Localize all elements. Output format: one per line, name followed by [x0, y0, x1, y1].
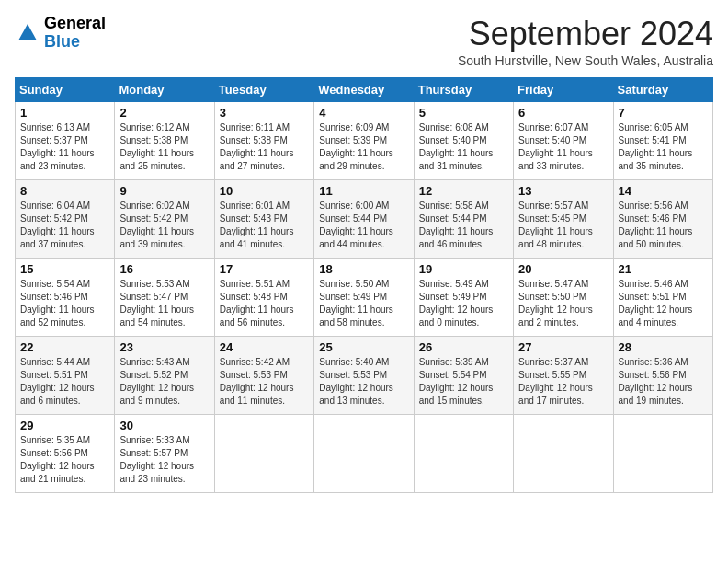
calendar-cell: 10Sunrise: 6:01 AMSunset: 5:43 PMDayligh… [214, 180, 313, 259]
calendar-cell: 5Sunrise: 6:08 AMSunset: 5:40 PMDaylight… [414, 102, 513, 180]
calendar-header-tuesday: Tuesday [214, 78, 313, 102]
calendar-cell: 24Sunrise: 5:42 AMSunset: 5:53 PMDayligh… [214, 337, 313, 415]
day-info: Sunrise: 5:53 AMSunset: 5:47 PMDaylight:… [119, 278, 209, 329]
day-number: 8 [20, 184, 109, 198]
day-info: Sunrise: 5:46 AMSunset: 5:51 PMDaylight:… [619, 278, 708, 329]
day-number: 14 [619, 184, 708, 198]
day-info: Sunrise: 6:13 AMSunset: 5:37 PMDaylight:… [20, 121, 109, 173]
calendar-cell [613, 415, 712, 493]
calendar-header-wednesday: Wednesday [314, 78, 414, 102]
day-number: 17 [220, 262, 309, 276]
day-info: Sunrise: 5:39 AMSunset: 5:54 PMDaylight:… [419, 356, 508, 408]
svg-marker-0 [18, 24, 37, 40]
calendar-cell: 11Sunrise: 6:00 AMSunset: 5:44 PMDayligh… [314, 180, 414, 259]
day-info: Sunrise: 5:37 AMSunset: 5:55 PMDaylight:… [518, 356, 608, 408]
calendar-cell: 1Sunrise: 6:13 AMSunset: 5:37 PMDaylight… [16, 102, 115, 180]
calendar-cell: 17Sunrise: 5:51 AMSunset: 5:48 PMDayligh… [214, 259, 313, 337]
calendar-cell [314, 415, 414, 493]
day-number: 19 [419, 262, 508, 276]
day-number: 9 [119, 184, 209, 198]
calendar-header-thursday: Thursday [414, 78, 513, 102]
logo-general: General [44, 15, 106, 33]
day-number: 11 [319, 184, 408, 198]
calendar-cell: 4Sunrise: 6:09 AMSunset: 5:39 PMDaylight… [314, 102, 414, 180]
day-number: 23 [119, 340, 209, 354]
calendar-cell: 22Sunrise: 5:44 AMSunset: 5:51 PMDayligh… [16, 337, 115, 415]
day-info: Sunrise: 5:42 AMSunset: 5:53 PMDaylight:… [220, 356, 309, 408]
day-info: Sunrise: 5:54 AMSunset: 5:46 PMDaylight:… [20, 278, 109, 329]
day-info: Sunrise: 5:51 AMSunset: 5:48 PMDaylight:… [220, 278, 309, 329]
day-number: 27 [518, 340, 608, 354]
calendar-cell: 2Sunrise: 6:12 AMSunset: 5:38 PMDaylight… [115, 102, 214, 180]
logo: General Blue [15, 15, 106, 52]
calendar-cell: 16Sunrise: 5:53 AMSunset: 5:47 PMDayligh… [115, 259, 214, 337]
calendar-cell: 23Sunrise: 5:43 AMSunset: 5:52 PMDayligh… [115, 337, 214, 415]
calendar-cell: 6Sunrise: 6:07 AMSunset: 5:40 PMDaylight… [514, 102, 613, 180]
day-number: 18 [319, 262, 408, 276]
calendar-cell: 27Sunrise: 5:37 AMSunset: 5:55 PMDayligh… [514, 337, 613, 415]
day-info: Sunrise: 5:56 AMSunset: 5:46 PMDaylight:… [619, 200, 708, 251]
logo-text: General Blue [44, 15, 106, 52]
day-info: Sunrise: 5:50 AMSunset: 5:49 PMDaylight:… [319, 278, 408, 329]
day-number: 2 [119, 106, 209, 120]
calendar-week-2: 8Sunrise: 6:04 AMSunset: 5:42 PMDaylight… [16, 180, 713, 259]
day-info: Sunrise: 5:49 AMSunset: 5:49 PMDaylight:… [419, 278, 508, 329]
day-info: Sunrise: 6:01 AMSunset: 5:43 PMDaylight:… [220, 200, 309, 251]
calendar-cell: 30Sunrise: 5:33 AMSunset: 5:57 PMDayligh… [115, 415, 214, 493]
day-number: 28 [619, 340, 708, 354]
day-number: 20 [518, 262, 608, 276]
calendar-cell [414, 415, 513, 493]
day-info: Sunrise: 6:04 AMSunset: 5:42 PMDaylight:… [20, 200, 109, 251]
day-number: 1 [20, 106, 109, 120]
calendar-cell: 15Sunrise: 5:54 AMSunset: 5:46 PMDayligh… [16, 259, 115, 337]
day-number: 22 [20, 340, 109, 354]
calendar-cell: 13Sunrise: 5:57 AMSunset: 5:45 PMDayligh… [514, 180, 613, 259]
calendar-week-4: 22Sunrise: 5:44 AMSunset: 5:51 PMDayligh… [16, 337, 713, 415]
day-info: Sunrise: 5:36 AMSunset: 5:56 PMDaylight:… [619, 356, 708, 408]
calendar-header-friday: Friday [514, 78, 613, 102]
calendar-cell: 8Sunrise: 6:04 AMSunset: 5:42 PMDaylight… [16, 180, 115, 259]
calendar-cell: 9Sunrise: 6:02 AMSunset: 5:42 PMDaylight… [115, 180, 214, 259]
day-number: 21 [619, 262, 708, 276]
day-number: 6 [518, 106, 608, 120]
day-number: 16 [119, 262, 209, 276]
calendar-cell: 29Sunrise: 5:35 AMSunset: 5:56 PMDayligh… [16, 415, 115, 493]
day-info: Sunrise: 5:35 AMSunset: 5:56 PMDaylight:… [20, 434, 109, 486]
day-number: 12 [419, 184, 508, 198]
calendar-cell: 20Sunrise: 5:47 AMSunset: 5:50 PMDayligh… [514, 259, 613, 337]
day-info: Sunrise: 6:11 AMSunset: 5:38 PMDaylight:… [220, 121, 309, 173]
month-title: September 2024 [458, 15, 713, 53]
day-number: 15 [20, 262, 109, 276]
calendar-cell: 14Sunrise: 5:56 AMSunset: 5:46 PMDayligh… [613, 180, 712, 259]
calendar-week-5: 29Sunrise: 5:35 AMSunset: 5:56 PMDayligh… [16, 415, 713, 493]
calendar-cell [214, 415, 313, 493]
calendar-cell: 7Sunrise: 6:05 AMSunset: 5:41 PMDaylight… [613, 102, 712, 180]
day-number: 3 [220, 106, 309, 120]
logo-blue: Blue [44, 33, 106, 52]
calendar-cell: 12Sunrise: 5:58 AMSunset: 5:44 PMDayligh… [414, 180, 513, 259]
day-number: 7 [619, 106, 708, 120]
day-number: 25 [319, 340, 408, 354]
calendar-cell: 28Sunrise: 5:36 AMSunset: 5:56 PMDayligh… [613, 337, 712, 415]
calendar-header-row: SundayMondayTuesdayWednesdayThursdayFrid… [16, 78, 713, 102]
day-number: 4 [319, 106, 408, 120]
calendar-cell [514, 415, 613, 493]
calendar-cell: 19Sunrise: 5:49 AMSunset: 5:49 PMDayligh… [414, 259, 513, 337]
calendar-cell: 25Sunrise: 5:40 AMSunset: 5:53 PMDayligh… [314, 337, 414, 415]
logo-icon [15, 20, 40, 46]
day-info: Sunrise: 6:12 AMSunset: 5:38 PMDaylight:… [119, 121, 209, 173]
calendar-table: SundayMondayTuesdayWednesdayThursdayFrid… [15, 77, 713, 493]
day-info: Sunrise: 6:08 AMSunset: 5:40 PMDaylight:… [419, 121, 508, 173]
day-info: Sunrise: 6:09 AMSunset: 5:39 PMDaylight:… [319, 121, 408, 173]
calendar-cell: 18Sunrise: 5:50 AMSunset: 5:49 PMDayligh… [314, 259, 414, 337]
calendar-cell: 21Sunrise: 5:46 AMSunset: 5:51 PMDayligh… [613, 259, 712, 337]
day-number: 29 [20, 419, 109, 432]
day-info: Sunrise: 5:47 AMSunset: 5:50 PMDaylight:… [518, 278, 608, 329]
calendar-week-1: 1Sunrise: 6:13 AMSunset: 5:37 PMDaylight… [16, 102, 713, 180]
calendar-header-sunday: Sunday [16, 78, 115, 102]
day-info: Sunrise: 5:33 AMSunset: 5:57 PMDaylight:… [119, 434, 209, 486]
day-info: Sunrise: 5:57 AMSunset: 5:45 PMDaylight:… [518, 200, 608, 251]
calendar-cell: 26Sunrise: 5:39 AMSunset: 5:54 PMDayligh… [414, 337, 513, 415]
day-number: 5 [419, 106, 508, 120]
calendar-cell: 3Sunrise: 6:11 AMSunset: 5:38 PMDaylight… [214, 102, 313, 180]
